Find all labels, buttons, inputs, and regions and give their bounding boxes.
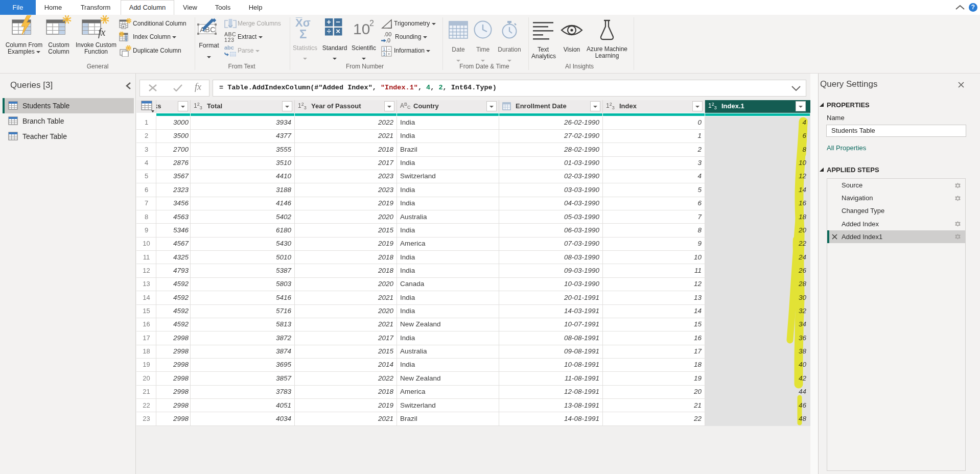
svg-text:÷: ÷ xyxy=(327,27,331,35)
svg-text:abc: abc xyxy=(224,45,234,51)
svg-text:+: + xyxy=(388,51,390,56)
svg-text:ABC: ABC xyxy=(224,31,236,37)
svg-text:fx: fx xyxy=(98,27,106,38)
svg-text:−: − xyxy=(388,46,390,52)
svg-text:.0: .0 xyxy=(386,37,390,43)
svg-text:3: 3 xyxy=(125,39,127,42)
svg-text:.00: .00 xyxy=(384,31,391,37)
svg-text:123: 123 xyxy=(224,37,235,43)
svg-text:×: × xyxy=(336,27,340,35)
svg-text:≠: ≠ xyxy=(123,25,125,29)
svg-text:10: 10 xyxy=(353,20,370,37)
svg-text:+: + xyxy=(326,17,331,26)
svg-text:Σ: Σ xyxy=(299,27,307,40)
svg-text:3: 3 xyxy=(383,51,386,56)
svg-text:1: 1 xyxy=(383,46,386,52)
svg-text:−: − xyxy=(336,17,340,26)
svg-text:2: 2 xyxy=(369,19,374,28)
